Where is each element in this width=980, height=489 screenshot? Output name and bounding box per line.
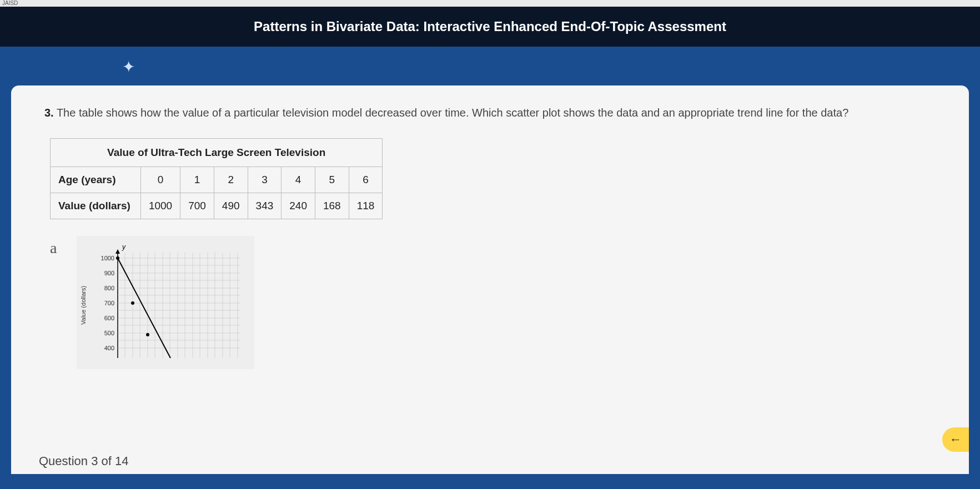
question-counter: Question 3 of 14 <box>39 454 128 468</box>
data-point <box>131 301 134 305</box>
arrow-left-icon: ← <box>949 432 962 447</box>
y-tick: 1000 <box>101 255 114 261</box>
table-cell: 0 <box>140 167 180 193</box>
assessment-title: Patterns in Bivariate Data: Interactive … <box>254 19 726 34</box>
table-cell: 168 <box>315 193 349 219</box>
table-cell: 4 <box>282 167 315 193</box>
table-cell: 700 <box>180 193 214 219</box>
scatter-svg: Value (dollars) y <box>79 241 245 364</box>
data-table: Value of Ultra-Tech Large Screen Televis… <box>50 138 383 219</box>
table-cell: 118 <box>349 193 383 219</box>
table-cell: 240 <box>282 193 315 219</box>
header-spacer: ✦ <box>0 47 980 85</box>
question-number: 3. <box>44 107 54 119</box>
table-cell: 3 <box>248 167 282 193</box>
y-axis-label: Value (dollars) <box>80 286 87 325</box>
table-cell: 6 <box>349 167 383 193</box>
assessment-title-bar: Patterns in Bivariate Data: Interactive … <box>0 7 980 47</box>
table-cell: 5 <box>315 167 349 193</box>
svg-marker-1 <box>115 249 120 254</box>
option-letter: a <box>50 239 66 257</box>
data-point <box>116 256 119 260</box>
table-caption: Value of Ultra-Tech Large Screen Televis… <box>51 139 383 167</box>
scatter-chart-a: Value (dollars) y <box>77 236 254 369</box>
y-tick: 900 <box>104 270 114 276</box>
y-tick: 600 <box>104 315 114 321</box>
y-tick: 800 <box>104 285 114 291</box>
row-label-age: Age (years) <box>51 167 141 193</box>
y-tick: 400 <box>104 345 114 351</box>
nav-back-button[interactable]: ← <box>942 427 969 452</box>
table-row: Value (dollars) 1000 700 490 343 240 168… <box>51 193 383 219</box>
sparkle-icon: ✦ <box>122 58 135 76</box>
data-point <box>146 333 149 336</box>
answer-option-a[interactable]: a Value (dollars) y <box>50 236 936 369</box>
table-cell: 343 <box>248 193 282 219</box>
question-text-line: 3. The table shows how the value of a pa… <box>44 107 936 119</box>
question-body: The table shows how the value of a parti… <box>57 107 848 119</box>
table-cell: 490 <box>214 193 248 219</box>
table-cell: 2 <box>214 167 248 193</box>
row-label-value: Value (dollars) <box>51 193 141 219</box>
y-axis-symbol: y <box>122 243 126 251</box>
table-cell: 1000 <box>140 193 180 219</box>
browser-top-strip: JAISD <box>0 0 980 7</box>
table-row: Age (years) 0 1 2 3 4 5 6 <box>51 167 383 193</box>
y-tick: 700 <box>104 300 114 306</box>
y-tick: 500 <box>104 330 114 336</box>
question-card: 3. The table shows how the value of a pa… <box>11 85 969 474</box>
table-cell: 1 <box>180 167 214 193</box>
